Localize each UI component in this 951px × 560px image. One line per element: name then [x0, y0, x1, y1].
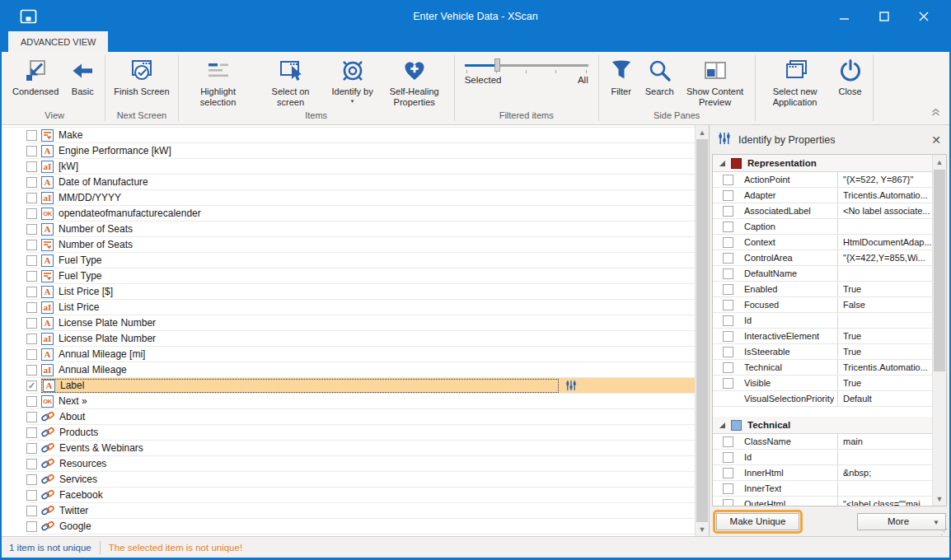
item-checkbox[interactable] [26, 365, 37, 376]
item-checkbox[interactable] [26, 396, 37, 407]
section-expander-icon[interactable] [719, 422, 725, 428]
make-unique-button[interactable]: Make Unique [716, 513, 799, 530]
grid-scroll-up-arrow[interactable]: ▲ [933, 155, 946, 169]
property-row[interactable]: InnerHtml&nbsp; [713, 465, 932, 481]
item-checkbox[interactable] [26, 412, 37, 422]
property-row[interactable]: ContextHtmlDocumentAdap... [713, 235, 932, 250]
property-row[interactable]: AssociatedLabel<No label associate... [713, 203, 932, 219]
item-checkbox[interactable] [26, 427, 37, 438]
list-item[interactable]: aI[kW] [26, 159, 695, 175]
section-header-representation[interactable]: Representation [713, 155, 932, 172]
item-checkbox[interactable]: ✓ [26, 380, 37, 391]
property-row[interactable]: ControlArea"{X=422,Y=855,Wi... [713, 250, 932, 266]
item-properties-icon[interactable] [565, 380, 577, 391]
list-item[interactable]: Fuel Type [26, 268, 695, 284]
item-checkbox[interactable] [26, 224, 37, 235]
panel-close-button[interactable]: ✕ [931, 134, 941, 146]
property-checkbox[interactable] [723, 284, 733, 295]
list-item[interactable]: AEngine Performance [kW] [26, 143, 695, 159]
item-checkbox[interactable] [26, 193, 37, 203]
item-checkbox[interactable] [26, 302, 37, 313]
list-item[interactable]: aIMM/DD/YYYY [26, 190, 695, 206]
list-item[interactable]: AList Price [$] [26, 284, 695, 300]
item-checkbox[interactable] [26, 521, 37, 532]
property-checkbox[interactable] [723, 237, 733, 248]
property-checkbox[interactable] [723, 300, 733, 310]
list-item[interactable]: aIList Price [26, 300, 695, 315]
property-checkbox[interactable] [723, 268, 733, 279]
property-checkbox[interactable] [723, 315, 733, 326]
select-on-screen-button[interactable]: Select on screen [255, 56, 327, 107]
property-checkbox[interactable] [723, 452, 733, 463]
section-expander-icon[interactable] [719, 161, 725, 166]
list-item[interactable]: Events & Webinars [26, 441, 695, 456]
list-item[interactable]: ADate of Manufacture [26, 175, 695, 190]
list-item[interactable]: AAnnual Mileage [mi] [26, 347, 695, 362]
item-checkbox[interactable] [26, 161, 37, 172]
list-item[interactable]: About [26, 409, 695, 425]
property-row[interactable]: FocusedFalse [713, 297, 932, 313]
list-item[interactable]: ANumber of Seats [26, 222, 695, 237]
minimize-button[interactable] [831, 6, 859, 27]
item-checkbox[interactable] [26, 177, 37, 188]
item-checkbox[interactable] [26, 506, 37, 516]
property-checkbox[interactable] [723, 253, 733, 264]
scroll-up-arrow[interactable]: ▲ [696, 125, 709, 139]
item-checkbox[interactable] [26, 255, 37, 266]
property-checkbox[interactable] [723, 206, 733, 217]
condensed-button[interactable]: Condensed [7, 56, 63, 97]
list-item[interactable]: Resources [26, 456, 695, 472]
property-checkbox[interactable] [723, 499, 733, 506]
basic-button[interactable]: Basic [63, 56, 101, 97]
property-row[interactable]: ActionPoint"{X=522, Y=867}" [713, 172, 932, 188]
show-content-preview-button[interactable]: Show Content Preview [679, 56, 752, 107]
property-row[interactable]: InteractiveElementTrue [713, 329, 932, 344]
list-item[interactable]: ✓ALabel [26, 378, 695, 394]
more-button[interactable]: More ▼ [857, 513, 946, 530]
item-checkbox[interactable] [26, 474, 37, 485]
property-checkbox[interactable] [723, 362, 733, 373]
item-checkbox[interactable] [26, 208, 37, 219]
self-healing-properties-button[interactable]: Self-Healing Properties [378, 56, 451, 107]
list-item[interactable]: OKopendateofmanufacturecalender [26, 206, 695, 222]
scroll-thumb[interactable] [696, 139, 708, 522]
property-checkbox[interactable] [723, 222, 733, 232]
collapse-ribbon-button[interactable] [930, 107, 941, 119]
list-item[interactable]: aIAnnual Mileage [26, 362, 695, 378]
search-button[interactable]: Search [640, 56, 679, 97]
grid-scrollbar[interactable]: ▲ ▼ [932, 155, 946, 506]
filter-button[interactable]: Filter [602, 56, 640, 97]
list-item[interactable]: Google [26, 519, 695, 534]
tab-advanced-view[interactable]: ADVANCED VIEW [8, 31, 108, 52]
property-checkbox[interactable] [723, 190, 733, 201]
item-checkbox[interactable] [26, 349, 37, 360]
item-checkbox[interactable] [26, 318, 37, 329]
item-checkbox[interactable] [26, 240, 37, 250]
property-row[interactable]: IsSteerableTrue [713, 344, 932, 360]
property-row[interactable]: TechnicalTricentis.Automatio... [713, 360, 932, 376]
property-checkbox[interactable] [723, 175, 733, 185]
scroll-down-arrow[interactable]: ▼ [696, 522, 709, 536]
property-row[interactable]: Id [713, 313, 932, 329]
list-item[interactable]: Facebook [26, 488, 695, 503]
list-item[interactable]: Services [26, 472, 695, 488]
grid-scroll-thumb[interactable] [934, 170, 945, 371]
list-item[interactable]: Number of Seats [26, 237, 695, 253]
list-item[interactable]: AFuel Type [26, 253, 695, 268]
select-new-application-button[interactable]: Select new Application [759, 56, 832, 107]
property-checkbox[interactable] [723, 347, 733, 357]
item-checkbox[interactable] [26, 146, 37, 156]
close-window-button[interactable] [910, 6, 938, 27]
list-item[interactable]: Make [26, 128, 695, 143]
property-checkbox[interactable] [723, 331, 733, 342]
slider-track[interactable] [465, 64, 588, 67]
property-checkbox[interactable] [723, 378, 733, 389]
list-item[interactable]: OKNext » [26, 394, 695, 409]
list-item[interactable]: ALicense Plate Number [26, 315, 695, 331]
close-button[interactable]: Close [832, 56, 869, 97]
item-checkbox[interactable] [26, 287, 37, 297]
finish-screen-button[interactable]: Finish Screen [109, 56, 174, 97]
property-row[interactable]: InnerText [713, 481, 932, 497]
property-row[interactable]: Caption [713, 219, 932, 235]
item-checkbox[interactable] [26, 490, 37, 501]
